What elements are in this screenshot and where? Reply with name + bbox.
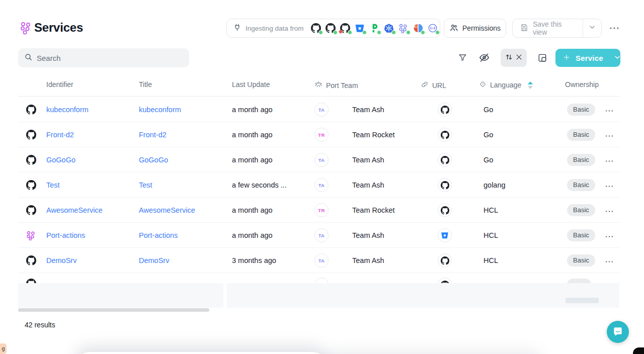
identifier-link[interactable]: Port-actions [46,223,85,248]
title-link[interactable]: DemoSrv [139,248,169,273]
team-avatar[interactable]: TA [314,228,329,242]
last-update-value: a month ago [232,198,273,223]
team-name: Team Ash [352,97,384,122]
people-icon [449,23,458,34]
team-avatar[interactable]: TA [314,253,329,268]
title-link[interactable]: Front-d2 [139,122,167,147]
table-row[interactable]: kubeconform kubeconform a month ago TA T… [18,97,620,122]
column-header-last-update[interactable]: Last Update [232,80,270,88]
add-service-button[interactable]: Service [555,49,620,67]
page-more-options-button[interactable] [608,23,621,33]
title-link[interactable]: AwesomeService [139,198,195,223]
chat-launcher-button[interactable] [607,321,629,343]
ownership-badge: Basic [567,179,595,191]
analytics-icon[interactable] [413,23,424,34]
table-row[interactable]: Front-d2 Front-d2 a month ago TR Team Ro… [18,122,620,147]
ownership-badge: Basic [567,254,595,267]
team-avatar[interactable]: TA [314,178,329,192]
clear-sort-icon[interactable] [515,53,523,62]
column-header-port-team[interactable]: Port Team [314,80,358,90]
language-value: golang [484,172,506,198]
pagerduty-icon[interactable] [369,23,380,34]
sort-active-button[interactable] [501,49,527,67]
github-icon[interactable] [311,23,321,34]
table-row[interactable]: Port-actions Port-actions a month ago TA… [18,223,620,248]
identifier-link[interactable]: GoGoGo [46,147,75,172]
column-header-url[interactable]: URL [421,80,446,90]
title-link[interactable]: Port-actions [139,223,178,248]
row-menu-button[interactable] [602,154,617,166]
filter-icon [458,53,467,64]
row-menu-button[interactable] [602,104,617,116]
team-avatar[interactable]: TR [314,128,329,142]
github-icon [26,180,36,190]
filter-button[interactable] [454,50,470,66]
language-value: Go [484,122,493,147]
hide-properties-button[interactable] [476,50,492,66]
row-menu-button[interactable] [602,204,617,216]
property-icon [479,80,487,90]
language-value: Go [484,147,493,172]
save-view-caret-button[interactable] [583,19,601,37]
table-row[interactable]: Test Test a few seconds ... TA Team Ash … [18,172,620,198]
language-value: HCL [484,223,498,248]
kubernetes-icon[interactable] [384,23,394,34]
save-view-button[interactable]: Save this view [513,19,583,37]
github-icon[interactable] [438,178,452,192]
column-header-ownership[interactable]: Ownership [565,80,599,88]
column-header-title[interactable]: Title [139,80,152,88]
search-input[interactable] [37,54,178,62]
ownership-badge: Basic [567,204,595,216]
identifier-link[interactable]: Test [46,172,60,198]
identifier-link[interactable]: kubeconform [46,97,89,122]
bitbucket-icon[interactable] [438,228,452,242]
webhook-icon[interactable] [428,23,438,34]
column-header-language[interactable]: Language [479,80,533,90]
status-ok-dot [348,30,352,35]
title-link[interactable]: kubeconform [139,97,181,122]
github-alert-icon[interactable] [340,23,351,34]
team-avatar[interactable]: TR [314,203,329,217]
github-icon[interactable] [438,203,452,217]
port-icon[interactable] [398,23,409,34]
status-ok-dot [362,30,367,35]
integration-list [311,23,438,34]
skeleton-loader [566,298,599,303]
github-icon[interactable] [438,103,452,117]
ingesting-status-pill[interactable]: Ingesting data from [226,19,440,38]
permissions-label: Permissions [462,24,501,32]
team-avatar[interactable]: TA [314,103,329,117]
chevron-down-icon[interactable] [613,53,621,63]
title-link[interactable]: Test [139,172,152,198]
last-update-value: a month ago [232,122,273,147]
row-menu-button[interactable] [602,254,617,267]
github-icon[interactable] [438,128,452,142]
github-icon[interactable] [326,23,336,34]
identifier-link[interactable]: AwesomeService [46,198,103,223]
permissions-button[interactable]: Permissions [444,19,506,38]
group-by-button[interactable] [534,50,550,66]
save-view-label: Save this view [533,20,576,36]
row-menu-button[interactable] [602,179,617,191]
search-box[interactable] [18,48,189,67]
row-menu-button[interactable] [602,129,617,141]
github-icon[interactable] [438,153,452,167]
hidden-panel-shadow [75,352,327,354]
table-row[interactable]: AwesomeService AwesomeService a month ag… [18,198,620,223]
team-name: Team Ash [352,223,384,248]
github-icon[interactable] [438,253,452,268]
column-header-identifier[interactable]: Identifier [46,80,73,88]
team-avatar[interactable]: TA [314,153,329,167]
results-count: 42 results [25,321,55,329]
table-header: Identifier Title Last Update Port Team U… [18,73,620,97]
bitbucket-icon[interactable] [355,23,365,34]
identifier-link[interactable]: Front-d2 [46,122,74,147]
github-icon [26,255,36,266]
row-menu-button[interactable] [602,229,617,241]
horizontal-scrollbar[interactable] [18,308,209,312]
title-link[interactable]: GoGoGo [139,147,168,172]
table-row[interactable]: GoGoGo GoGoGo a month ago TA Team Ash Go… [18,147,620,172]
sort-indicator[interactable] [528,81,533,89]
identifier-link[interactable]: DemoSrv [46,248,76,273]
table-row[interactable]: DemoSrv DemoSrv 3 months ago TA Team Ash… [18,248,620,273]
